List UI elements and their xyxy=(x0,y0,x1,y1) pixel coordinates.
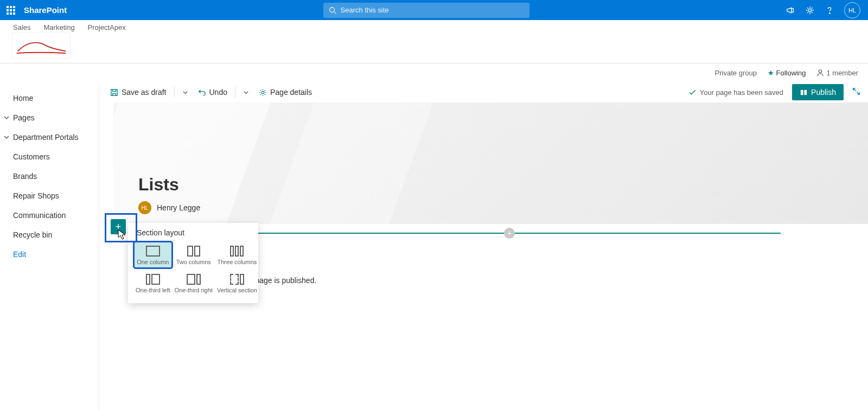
privacy-label: Private group xyxy=(715,69,757,77)
star-icon: ★ xyxy=(768,69,774,77)
one-third-left-icon xyxy=(145,274,161,285)
section-layout-popover: Section layout One column Two columns Th… xyxy=(128,223,258,303)
megaphone-icon[interactable] xyxy=(786,5,795,15)
svg-rect-7 xyxy=(801,89,803,94)
author-block: HL Henry Legge xyxy=(138,201,200,214)
car-logo-icon xyxy=(12,33,70,59)
nav-customers[interactable]: Customers xyxy=(0,147,99,166)
command-bar: Save as draft Undo Page details Your pag… xyxy=(99,82,868,102)
svg-point-6 xyxy=(261,91,264,94)
svg-line-1 xyxy=(334,11,336,14)
nav-department-portals[interactable]: Department Portals xyxy=(0,127,99,147)
hub-nav: Sales Marketing ProjectApex xyxy=(0,20,868,63)
layout-one-third-left[interactable]: One-third left xyxy=(135,271,171,296)
svg-rect-5 xyxy=(111,89,117,95)
main: Save as draft Undo Page details Your pag… xyxy=(99,82,868,410)
chevron-down-icon xyxy=(3,134,10,140)
saved-status: Your page has been saved xyxy=(688,88,783,97)
gear-icon xyxy=(259,88,267,97)
three-columns-icon xyxy=(229,246,245,257)
section-divider: + xyxy=(238,233,781,234)
chevron-down-icon xyxy=(182,89,188,95)
one-third-right-icon xyxy=(186,274,201,285)
save-icon xyxy=(110,88,118,97)
content-wrap: Home Pages Department Portals Customers … xyxy=(0,82,868,410)
publish-button[interactable]: Publish xyxy=(792,84,844,100)
hub-link-projectapex[interactable]: ProjectApex xyxy=(88,23,126,31)
checkmark-icon xyxy=(688,88,697,97)
cursor-icon xyxy=(118,229,126,240)
svg-point-2 xyxy=(808,9,811,11)
members-button[interactable]: 1 member xyxy=(816,69,858,77)
vertical-section-icon xyxy=(229,274,245,285)
undo-chevron[interactable] xyxy=(240,84,252,100)
nav-brands[interactable]: Brands xyxy=(0,166,99,186)
author-avatar: HL xyxy=(138,201,151,214)
one-column-icon xyxy=(145,246,161,257)
search-icon xyxy=(329,7,336,14)
hub-links: Sales Marketing ProjectApex xyxy=(0,20,868,31)
search-box[interactable] xyxy=(323,3,529,18)
page-canvas: Lists HL Henry Legge + he page is publis… xyxy=(113,102,868,410)
svg-rect-8 xyxy=(805,89,807,94)
search-input[interactable] xyxy=(341,6,524,14)
hero-section[interactable]: Lists HL Henry Legge xyxy=(113,102,868,224)
page-details-button[interactable]: Page details xyxy=(256,84,315,100)
follow-button[interactable]: ★ Following xyxy=(768,69,806,77)
nav-communication[interactable]: Communication xyxy=(0,206,99,225)
settings-icon[interactable] xyxy=(805,5,815,15)
author-name: Henry Legge xyxy=(157,203,200,212)
site-info-bar: Private group ★ Following 1 member xyxy=(0,63,868,82)
expand-icon xyxy=(852,87,860,95)
layout-vertical-section[interactable]: Vertical section xyxy=(216,271,258,296)
publish-icon xyxy=(800,88,808,97)
chevron-down-icon xyxy=(243,89,249,95)
user-avatar[interactable]: HL xyxy=(844,2,860,18)
placeholder-text: he page is published. xyxy=(238,276,868,285)
layout-three-columns[interactable]: Three columns xyxy=(216,242,258,267)
quick-launch: Home Pages Department Portals Customers … xyxy=(0,82,99,410)
app-brand[interactable]: SharePoint xyxy=(24,5,67,15)
svg-point-0 xyxy=(329,7,334,12)
hub-link-marketing[interactable]: Marketing xyxy=(44,23,75,31)
nav-pages[interactable]: Pages xyxy=(0,108,99,127)
chevron-down-icon xyxy=(3,114,10,121)
help-icon[interactable] xyxy=(825,5,834,15)
add-webpart-mid-button[interactable]: + xyxy=(504,228,515,239)
waffle-icon xyxy=(7,6,15,15)
search-wrap xyxy=(67,3,786,18)
save-draft-button[interactable]: Save as draft xyxy=(107,84,170,100)
layout-two-columns[interactable]: Two columns xyxy=(174,242,214,267)
svg-point-4 xyxy=(819,70,822,73)
hub-link-sales[interactable]: Sales xyxy=(13,23,31,31)
save-draft-chevron[interactable] xyxy=(179,84,192,100)
nav-recycle-bin[interactable]: Recycle bin xyxy=(0,225,99,245)
layout-one-third-right[interactable]: One-third right xyxy=(174,271,214,296)
popover-title: Section layout xyxy=(135,228,252,237)
undo-button[interactable]: Undo xyxy=(195,84,231,100)
app-launcher-button[interactable] xyxy=(0,0,22,20)
suite-icons: HL xyxy=(786,2,868,18)
suite-bar: SharePoint HL xyxy=(0,0,868,20)
nav-repair-shops[interactable]: Repair Shops xyxy=(0,186,99,206)
undo-icon xyxy=(198,88,206,97)
two-columns-icon xyxy=(186,246,201,257)
layout-one-column[interactable]: One column xyxy=(135,242,171,267)
site-logo[interactable] xyxy=(12,33,71,59)
page-title[interactable]: Lists xyxy=(138,175,200,195)
nav-home[interactable]: Home xyxy=(0,88,99,108)
nav-edit-link[interactable]: Edit xyxy=(0,245,99,264)
svg-point-3 xyxy=(829,12,830,13)
person-icon xyxy=(816,69,824,76)
expand-button[interactable] xyxy=(852,87,860,97)
